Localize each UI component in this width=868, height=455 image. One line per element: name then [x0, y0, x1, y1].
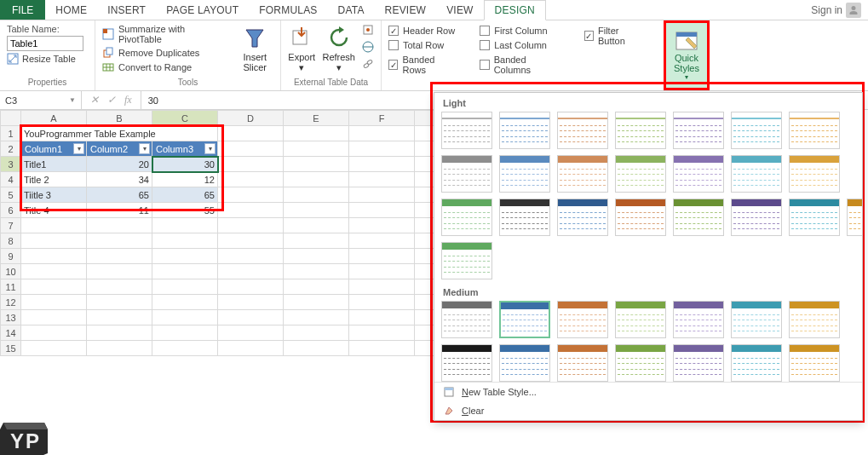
table-style-thumb[interactable] [557, 155, 608, 193]
fx-icon[interactable]: fx [124, 94, 132, 107]
cell[interactable]: 65 [152, 187, 218, 203]
cell[interactable] [87, 325, 152, 341]
tab-view[interactable]: VIEW [436, 0, 483, 20]
row-header[interactable]: 7 [1, 218, 21, 233]
table-style-thumb[interactable] [499, 344, 550, 382]
tab-pagelayout[interactable]: PAGE LAYOUT [156, 0, 249, 20]
cell[interactable] [87, 249, 152, 264]
cell[interactable] [218, 126, 284, 141]
cell[interactable] [152, 325, 218, 341]
table-style-thumb[interactable] [731, 301, 782, 338]
resize-table-button[interactable]: Resize Table [7, 53, 83, 65]
tab-design[interactable]: DESIGN [484, 0, 546, 20]
table-style-thumb[interactable] [673, 155, 724, 193]
col-header[interactable]: C [152, 111, 218, 126]
cell[interactable]: Title 4 [21, 203, 87, 218]
tab-data[interactable]: DATA [328, 0, 375, 20]
cell[interactable] [21, 325, 87, 341]
cell[interactable]: 55 [152, 203, 218, 218]
cell[interactable] [284, 203, 349, 218]
cell[interactable] [218, 264, 284, 279]
cell[interactable]: Column1▾ [21, 141, 87, 157]
table-style-thumb[interactable] [499, 112, 550, 149]
cell[interactable] [218, 249, 284, 264]
table-style-thumb[interactable] [615, 112, 666, 149]
table-style-thumb[interactable] [499, 155, 550, 193]
tab-file[interactable]: FILE [0, 0, 45, 20]
cell[interactable] [349, 279, 415, 295]
enter-icon[interactable]: ✓ [107, 94, 116, 107]
row-header[interactable]: 5 [1, 187, 21, 203]
summarize-pivot-button[interactable]: Summarize with PivotTable [102, 24, 229, 44]
row-header[interactable]: 14 [1, 325, 21, 341]
cell[interactable] [152, 310, 218, 325]
cell[interactable] [284, 264, 349, 279]
row-header[interactable]: 10 [1, 264, 21, 279]
row-header[interactable]: 8 [1, 233, 21, 249]
cell[interactable] [21, 264, 87, 279]
table-style-thumb[interactable] [557, 112, 608, 149]
export-button[interactable]: Export▾ [288, 24, 315, 72]
cell[interactable] [349, 157, 415, 172]
table-style-thumb[interactable] [731, 199, 782, 236]
table-style-thumb[interactable] [441, 112, 492, 149]
cell[interactable] [284, 187, 349, 203]
table-style-thumb[interactable] [615, 344, 666, 382]
cell[interactable]: 30 [152, 157, 218, 172]
row-header[interactable]: 12 [1, 295, 21, 310]
cell[interactable]: 34 [87, 172, 152, 187]
cell[interactable] [152, 279, 218, 295]
table-style-thumb[interactable] [789, 155, 840, 193]
cell[interactable]: YouProgrammer Table Example [21, 126, 218, 141]
chk-last-column[interactable]: Last Column [480, 40, 561, 50]
cell[interactable] [218, 233, 284, 249]
cell[interactable] [218, 325, 284, 341]
cell[interactable] [284, 279, 349, 295]
cell[interactable] [284, 126, 349, 141]
table-style-thumb[interactable] [441, 155, 492, 193]
unlink-icon[interactable] [362, 58, 374, 70]
cell[interactable] [21, 249, 87, 264]
cell[interactable] [349, 218, 415, 233]
table-style-thumb[interactable] [731, 344, 782, 382]
cell[interactable]: Title 2 [21, 172, 87, 187]
cell[interactable] [218, 157, 284, 172]
row-header[interactable]: 9 [1, 249, 21, 264]
refresh-button[interactable]: Refresh▾ [322, 24, 355, 72]
row-header[interactable]: 11 [1, 279, 21, 295]
table-style-thumb[interactable] [557, 344, 608, 382]
cell[interactable] [284, 310, 349, 325]
cell[interactable] [152, 341, 218, 356]
table-style-thumb[interactable] [673, 344, 724, 382]
cell[interactable] [87, 310, 152, 325]
cell[interactable] [218, 218, 284, 233]
table-style-thumb[interactable] [441, 301, 492, 338]
table-style-thumb[interactable] [789, 112, 840, 149]
row-header[interactable]: 1 [1, 126, 21, 141]
chk-header-row[interactable]: ✓Header Row [388, 26, 457, 36]
cell[interactable] [87, 279, 152, 295]
cell[interactable] [349, 126, 415, 141]
cell[interactable] [349, 341, 415, 356]
filter-dropdown-icon[interactable]: ▾ [73, 143, 84, 154]
cell[interactable] [349, 141, 415, 157]
table-style-thumb[interactable] [615, 155, 666, 193]
cell[interactable] [218, 310, 284, 325]
cell[interactable]: Column3▾ [152, 141, 218, 157]
table-style-thumb[interactable] [731, 112, 782, 149]
col-header[interactable]: B [87, 111, 152, 126]
table-style-thumb[interactable] [499, 301, 550, 338]
table-style-thumb[interactable] [789, 199, 840, 236]
cell[interactable] [218, 295, 284, 310]
chk-banded-columns[interactable]: Banded Columns [480, 55, 561, 75]
cell[interactable] [87, 233, 152, 249]
table-name-input[interactable] [7, 36, 83, 51]
filter-dropdown-icon[interactable]: ▾ [139, 143, 150, 154]
cell[interactable]: 11 [87, 203, 152, 218]
cell[interactable] [87, 295, 152, 310]
tab-insert[interactable]: INSERT [97, 0, 156, 20]
col-header[interactable]: D [218, 111, 284, 126]
cell[interactable]: 12 [152, 172, 218, 187]
cell[interactable] [152, 218, 218, 233]
cell[interactable] [87, 341, 152, 356]
